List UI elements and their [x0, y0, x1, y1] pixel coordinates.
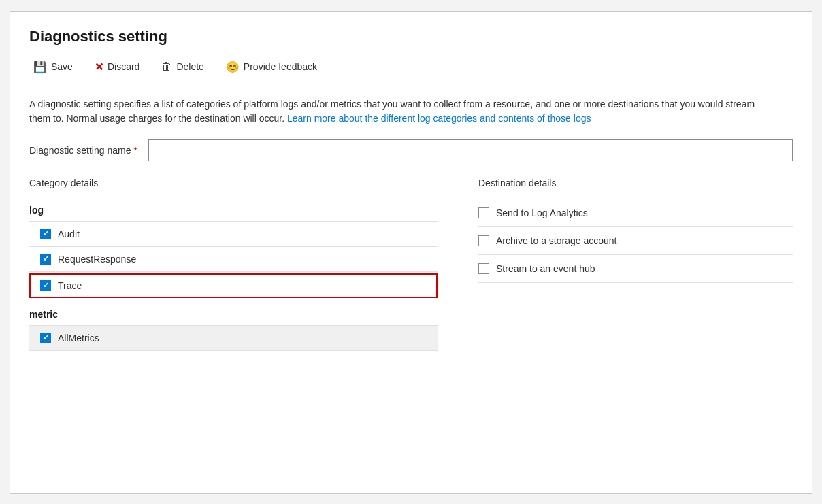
save-icon: 💾 [33, 61, 47, 73]
log-group-label: log [29, 199, 438, 222]
category-section-title: Category details [29, 178, 438, 188]
diagnostics-panel: Diagnostics setting 💾 Save ✕ Discard 🗑 D… [10, 11, 812, 494]
metric-item-allmetrics: AllMetrics [29, 326, 438, 351]
page-title: Diagnostics setting [29, 28, 793, 46]
storage-checkbox[interactable] [478, 235, 489, 246]
requestresponse-checkbox[interactable] [40, 254, 51, 265]
metric-group-label: metric [29, 303, 438, 326]
delete-button[interactable]: 🗑 Delete [157, 58, 208, 75]
audit-label: Audit [58, 229, 80, 239]
trace-checkbox[interactable] [40, 280, 51, 291]
discard-button[interactable]: ✕ Discard [91, 58, 144, 76]
toolbar: 💾 Save ✕ Discard 🗑 Delete 😊 Provide feed… [29, 58, 793, 86]
trace-label: Trace [58, 280, 82, 291]
description-text: A diagnostic setting specifies a list of… [29, 97, 778, 126]
setting-name-input[interactable] [148, 139, 793, 161]
log-item-audit: Audit [29, 222, 438, 247]
dest-item-log-analytics: Send to Log Analytics [478, 199, 793, 227]
requestresponse-label: RequestResponse [58, 254, 136, 265]
category-details-col: Category details log Audit RequestRespon… [29, 178, 465, 356]
delete-icon: 🗑 [161, 61, 172, 73]
required-marker: * [133, 145, 137, 156]
discard-icon: ✕ [95, 61, 103, 73]
feedback-icon: 😊 [226, 61, 240, 73]
dest-item-storage: Archive to a storage account [478, 227, 793, 255]
destination-section-title: Destination details [478, 178, 793, 188]
save-button[interactable]: 💾 Save [29, 58, 77, 76]
feedback-button[interactable]: 😊 Provide feedback [222, 58, 321, 76]
setting-name-row: Diagnostic setting name * [29, 139, 793, 161]
destination-details-col: Destination details Send to Log Analytic… [465, 178, 793, 356]
audit-checkbox[interactable] [40, 229, 51, 239]
dest-item-event-hub: Stream to an event hub [478, 255, 793, 283]
log-analytics-label: Send to Log Analytics [496, 207, 588, 218]
log-item-requestresponse: RequestResponse [29, 247, 438, 272]
log-analytics-checkbox[interactable] [478, 207, 489, 218]
metric-category-section: metric AllMetrics [29, 303, 438, 351]
event-hub-checkbox[interactable] [478, 263, 489, 274]
log-item-trace: Trace [29, 273, 438, 298]
learn-more-link[interactable]: Learn more about the different log categ… [287, 113, 591, 124]
main-content: Category details log Audit RequestRespon… [29, 178, 793, 356]
event-hub-label: Stream to an event hub [496, 263, 595, 274]
allmetrics-label: AllMetrics [58, 333, 99, 343]
allmetrics-checkbox[interactable] [40, 333, 51, 343]
setting-name-label: Diagnostic setting name * [29, 145, 137, 156]
storage-label: Archive to a storage account [496, 235, 616, 246]
log-category-section: log Audit RequestResponse Trace [29, 199, 438, 298]
